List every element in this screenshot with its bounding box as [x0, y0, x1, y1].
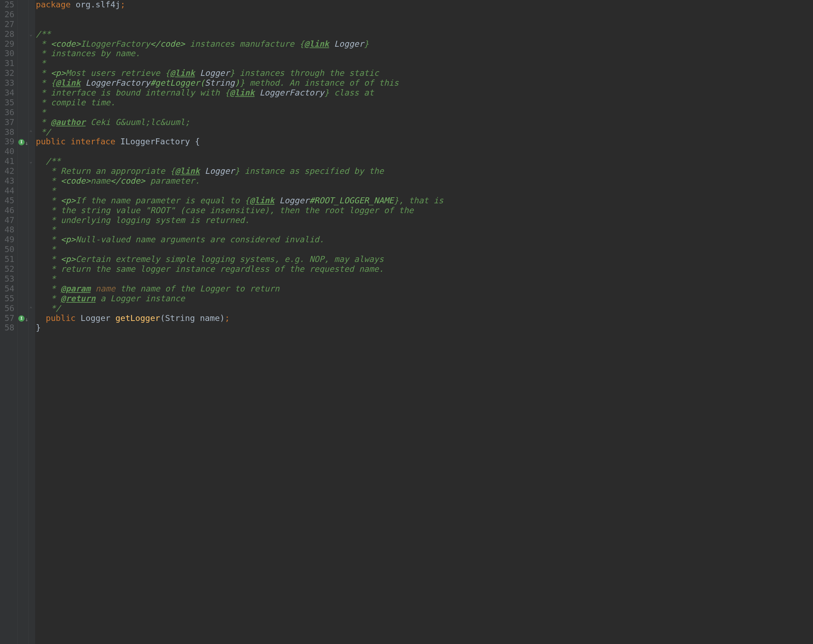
code-line[interactable]: * <p>If the name parameter is equal to {… [36, 196, 443, 206]
code-line[interactable]: /** [36, 29, 443, 39]
line-number: 58 [0, 323, 14, 333]
code-line[interactable]: * underlying logging system is returned. [36, 216, 443, 225]
code-line[interactable]: } [36, 323, 443, 333]
code-line[interactable]: * interface is bound internally with {@l… [36, 88, 443, 98]
code-area[interactable]: package org.slf4j; /** * <code>ILoggerFa… [35, 0, 443, 644]
line-number: 42 [0, 167, 14, 176]
implement-marker-icon[interactable]: I [18, 139, 25, 145]
line-number-gutter: 2526272829303132333435363738394041424344… [0, 0, 18, 644]
fold-close-icon[interactable]: ⌃ [29, 306, 34, 311]
code-line[interactable]: * instances by name. [36, 49, 443, 59]
code-line[interactable] [36, 20, 443, 29]
code-line[interactable] [36, 147, 443, 157]
code-line[interactable]: * <code>ILoggerFactory</code> instances … [36, 39, 443, 49]
code-line[interactable]: * @author Ceki G&uuml;lc&uuml; [36, 118, 443, 127]
code-line[interactable]: * <code>name</code> parameter. [36, 176, 443, 186]
line-number: 33 [0, 78, 14, 88]
line-number: 55 [0, 294, 14, 304]
line-number: 47 [0, 216, 14, 225]
line-number: 44 [0, 186, 14, 196]
code-line[interactable]: * {@link LoggerFactory#getLogger(String)… [36, 78, 443, 88]
code-line[interactable]: public interface ILoggerFactory { [36, 137, 443, 147]
code-line[interactable]: */ [36, 304, 443, 314]
fold-column: ⌄⌃⌄⌃ [29, 0, 35, 644]
code-line[interactable]: package org.slf4j; [36, 0, 443, 10]
line-number: 41 [0, 157, 14, 167]
code-line[interactable]: * Return an appropriate {@link Logger} i… [36, 167, 443, 176]
line-number: 53 [0, 274, 14, 284]
line-number: 32 [0, 69, 14, 78]
code-line[interactable]: * the string value "ROOT" (case insensit… [36, 206, 443, 216]
code-line[interactable]: * [36, 225, 443, 235]
fold-close-icon[interactable]: ⌃ [29, 130, 34, 135]
line-number: 45 [0, 196, 14, 206]
line-number: 28 [0, 29, 14, 39]
fold-open-icon[interactable]: ⌄ [29, 159, 34, 164]
line-number: 39 [0, 137, 14, 147]
line-number: 46 [0, 206, 14, 216]
code-line[interactable] [36, 10, 443, 20]
code-line[interactable]: * [36, 186, 443, 196]
line-number: 48 [0, 225, 14, 235]
line-number: 27 [0, 20, 14, 29]
code-line[interactable]: * [36, 245, 443, 255]
line-number: 50 [0, 245, 14, 255]
line-number: 30 [0, 49, 14, 59]
code-line[interactable]: * return the same logger instance regard… [36, 265, 443, 274]
line-number: 35 [0, 98, 14, 108]
line-number: 57 [0, 314, 14, 323]
code-line[interactable]: * <p>Certain extremely simple logging sy… [36, 255, 443, 265]
line-number: 54 [0, 284, 14, 294]
line-number: 37 [0, 118, 14, 127]
code-line[interactable]: * <p>Most users retrieve {@link Logger} … [36, 69, 443, 78]
line-number: 56 [0, 304, 14, 314]
code-line[interactable]: public Logger getLogger(String name); [36, 314, 443, 323]
code-line[interactable]: * [36, 274, 443, 284]
line-number: 40 [0, 147, 14, 157]
code-line[interactable]: * @param name the name of the Logger to … [36, 284, 443, 294]
line-number: 26 [0, 10, 14, 20]
line-number: 38 [0, 127, 14, 137]
code-line[interactable]: * <p>Null-valued name arguments are cons… [36, 235, 443, 245]
implement-marker-icon[interactable]: I [18, 315, 25, 322]
code-line[interactable]: /** [36, 157, 443, 167]
code-line[interactable]: * [36, 108, 443, 118]
line-number: 25 [0, 0, 14, 10]
code-line[interactable]: * [36, 59, 443, 69]
line-number: 31 [0, 59, 14, 69]
line-number: 51 [0, 255, 14, 265]
fold-open-icon[interactable]: ⌄ [29, 32, 34, 37]
line-number: 34 [0, 88, 14, 98]
code-line[interactable]: * @return a Logger instance [36, 294, 443, 304]
code-line[interactable]: * compile time. [36, 98, 443, 108]
line-number: 52 [0, 265, 14, 274]
line-number: 43 [0, 176, 14, 186]
line-number: 29 [0, 39, 14, 49]
code-line[interactable]: */ [36, 127, 443, 137]
code-editor[interactable]: 2526272829303132333435363738394041424344… [0, 0, 813, 644]
line-number: 49 [0, 235, 14, 245]
gutter-markers: II [18, 0, 29, 644]
line-number: 36 [0, 108, 14, 118]
